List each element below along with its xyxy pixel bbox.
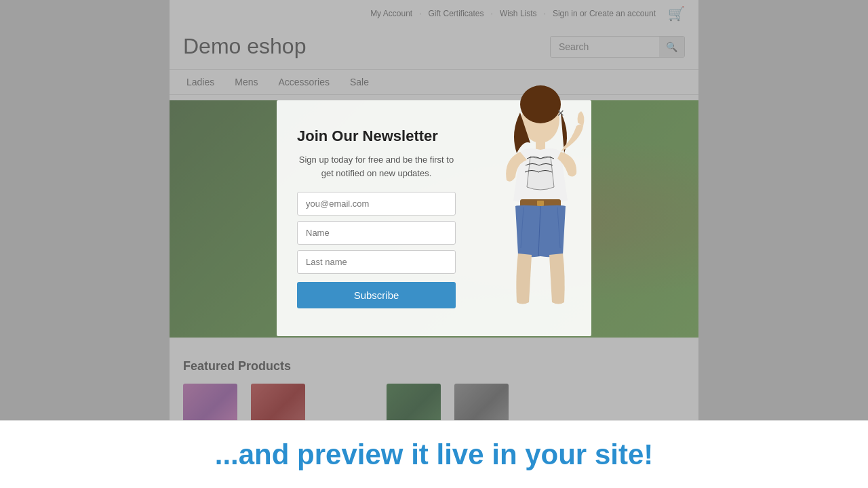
modal-description: Sign up today for free and be the first … — [297, 153, 456, 180]
model-svg — [483, 79, 598, 336]
newsletter-form: Subscribe — [297, 192, 456, 308]
preview-bar: ...and preview it live in your site! — [0, 420, 868, 488]
name-input[interactable] — [297, 221, 456, 245]
modal-close-button[interactable]: × — [557, 107, 564, 119]
svg-point-1 — [520, 85, 561, 123]
email-input[interactable] — [297, 192, 456, 216]
modal-model-image-area — [476, 100, 591, 336]
svg-rect-4 — [537, 201, 544, 206]
newsletter-modal: × Join Our Newsletter Sign up today for … — [277, 100, 591, 336]
subscribe-button[interactable]: Subscribe — [297, 282, 456, 308]
modal-title: Join Our Newsletter — [297, 127, 456, 145]
modal-form-area: Join Our Newsletter Sign up today for fr… — [277, 100, 476, 336]
lastname-input[interactable] — [297, 250, 456, 274]
preview-text: ...and preview it live in your site! — [215, 439, 654, 471]
